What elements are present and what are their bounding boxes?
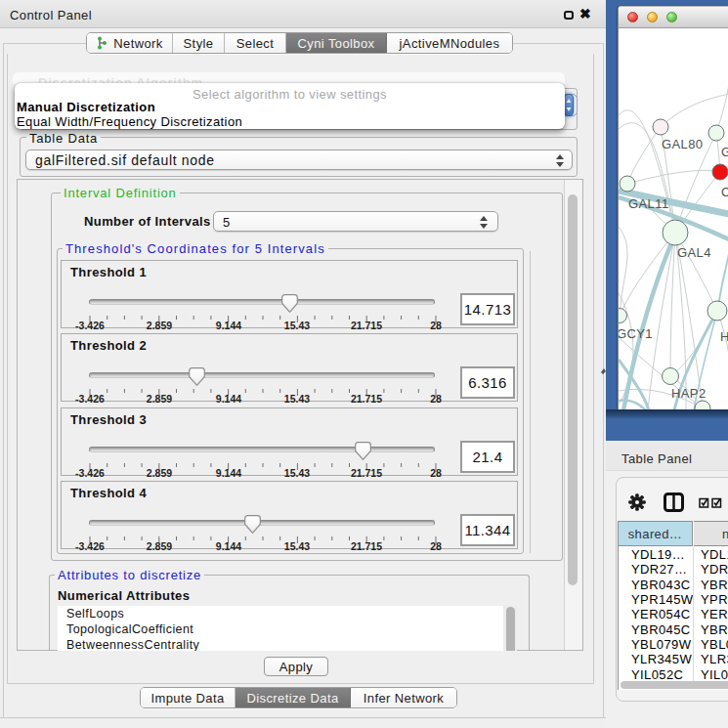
svg-text:GAL4: GAL4 [677, 245, 711, 260]
svg-text:GCY1: GCY1 [619, 326, 653, 341]
svg-text:H: H [720, 329, 728, 344]
svg-text:GAL80: GAL80 [662, 137, 703, 151]
svg-text:GAL11: GAL11 [628, 196, 669, 211]
svg-text:GA: GA [721, 145, 728, 159]
svg-text:HAP2: HAP2 [671, 386, 707, 401]
svg-text:C: C [721, 185, 728, 199]
